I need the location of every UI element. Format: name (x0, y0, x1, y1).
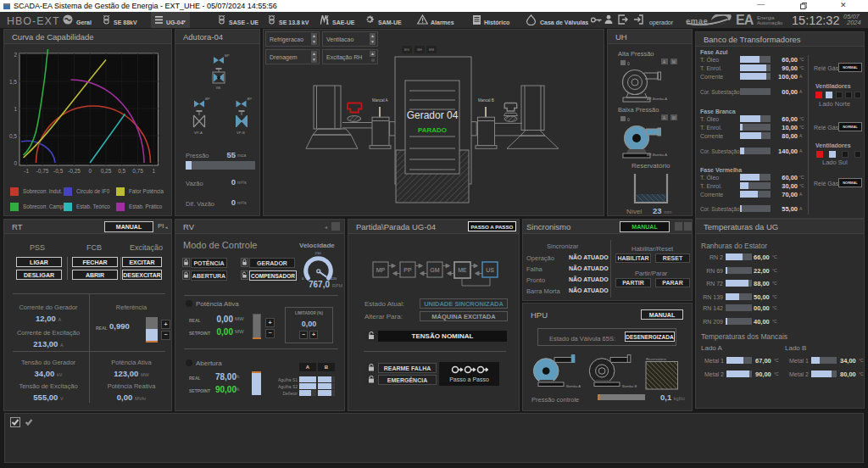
svg-text:BP: BP (205, 97, 210, 101)
svg-text:2: 2 (14, 52, 17, 58)
svg-text:0,5: 0,5 (118, 168, 125, 174)
svg-text:1: 1 (152, 168, 155, 174)
svg-text:1,5: 1,5 (9, 79, 17, 85)
svg-text:Reservatório: Reservatório (646, 357, 666, 361)
svg-text:0: 0 (627, 61, 630, 66)
svg-text:A: A (663, 60, 665, 64)
svg-text:0: 0 (14, 160, 17, 166)
svg-text:GM: GM (430, 267, 439, 273)
svg-text:-1: -1 (24, 168, 29, 174)
svg-text:ME: ME (458, 267, 467, 273)
svg-text:-0,25: -0,25 (68, 168, 81, 174)
svg-text:Gerador 04: Gerador 04 (407, 109, 459, 121)
svg-text:0,25: 0,25 (101, 168, 112, 174)
svg-text:0: 0 (627, 117, 630, 122)
svg-text:VB: VB (216, 86, 221, 90)
svg-text:0: 0 (302, 276, 304, 281)
svg-text:Mancal B: Mancal B (478, 98, 494, 103)
svg-text:BP-Bomba A: BP-Bomba A (647, 153, 667, 157)
svg-text:Mancal A: Mancal A (372, 98, 388, 103)
svg-text:-0,75: -0,75 (36, 168, 49, 174)
svg-text:BP: BP (225, 53, 230, 58)
svg-text:1: 1 (14, 106, 17, 112)
svg-text:VP-A: VP-A (194, 131, 203, 135)
svg-text:Bomba A: Bomba A (566, 384, 581, 388)
svg-text:0,75: 0,75 (132, 168, 143, 174)
svg-text:PARADO: PARADO (418, 126, 447, 134)
svg-text:AP-Bomba A: AP-Bomba A (647, 97, 667, 101)
svg-text:US: US (486, 267, 494, 273)
svg-text:M: M (672, 60, 676, 64)
svg-text:Bomba B: Bomba B (622, 384, 637, 388)
svg-text:PP: PP (403, 267, 412, 273)
svg-text:emae: emae (686, 16, 708, 25)
svg-text:-0,5: -0,5 (53, 168, 64, 174)
svg-text:MP: MP (376, 267, 386, 273)
svg-text:0: 0 (88, 168, 92, 174)
svg-text:210: 210 (315, 251, 322, 255)
svg-text:BP: BP (248, 97, 253, 101)
svg-text:M: M (672, 116, 676, 120)
svg-text:A: A (663, 116, 665, 120)
svg-text:VP-B: VP-B (236, 131, 245, 135)
svg-text:0,5: 0,5 (9, 133, 17, 139)
